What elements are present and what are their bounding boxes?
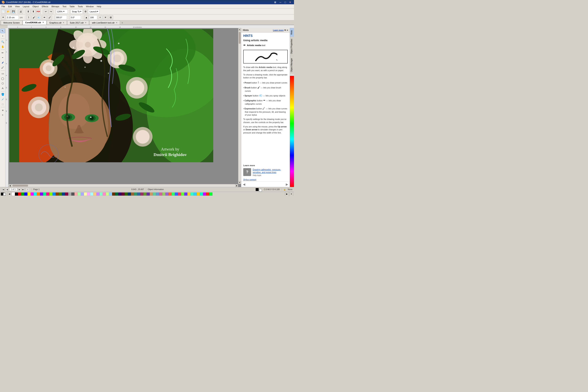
- palette-color-51[interactable]: [172, 192, 175, 196]
- palette-color-1[interactable]: [15, 192, 18, 196]
- palette-color-43[interactable]: [146, 192, 150, 196]
- outline-tool[interactable]: ⬚: [0, 102, 5, 106]
- palette-color-47[interactable]: [159, 192, 162, 196]
- page-add-btn[interactable]: +: [26, 188, 30, 191]
- rectangle-tool[interactable]: ▭: [0, 71, 5, 76]
- menu-tools[interactable]: Tools: [76, 5, 84, 8]
- rotation-input[interactable]: [70, 15, 81, 20]
- palette-color-42[interactable]: [144, 192, 146, 196]
- palette-color-44[interactable]: [150, 192, 153, 196]
- color-indicator-fill[interactable]: [256, 188, 259, 191]
- palette-color-36[interactable]: [125, 192, 128, 196]
- hints-prev-btn[interactable]: ◀: [243, 182, 245, 186]
- palette-color-28[interactable]: [100, 192, 103, 196]
- menu-window[interactable]: Window: [84, 5, 95, 8]
- options-btn[interactable]: ⚙: [83, 9, 88, 14]
- palette-color-54[interactable]: [181, 192, 184, 196]
- palette-color-41[interactable]: [140, 192, 144, 196]
- palette-color-12[interactable]: [50, 192, 52, 196]
- palette-color-6[interactable]: [30, 192, 34, 196]
- help-topic-link[interactable]: Drawing calligraphic, pressure-sensitive…: [253, 168, 288, 174]
- palette-color-16[interactable]: [62, 192, 65, 196]
- launch-btn[interactable]: Launch ▾: [88, 10, 100, 14]
- palette-color-29[interactable]: [103, 192, 106, 196]
- menu-view[interactable]: View: [14, 5, 21, 8]
- learn-more-link[interactable]: Learn more: [273, 29, 284, 31]
- preset-mode-btn[interactable]: ⌇: [26, 15, 31, 20]
- palette-color-5[interactable]: [28, 192, 30, 196]
- transform-tool[interactable]: ⊕: [0, 108, 5, 112]
- scroll-up-btn[interactable]: ▲: [238, 28, 241, 31]
- tab-graphics-close[interactable]: ✕: [63, 22, 64, 24]
- export-btn[interactable]: ⬆: [31, 9, 36, 14]
- palette-color-3[interactable]: [21, 192, 24, 196]
- new-btn[interactable]: 📄: [1, 9, 6, 14]
- undo-btn[interactable]: ↩: [44, 9, 48, 14]
- v-scrollbar-track[interactable]: [238, 31, 241, 181]
- print-btn[interactable]: 🖨: [18, 9, 23, 14]
- palette-color-61[interactable]: [203, 192, 206, 196]
- ellipse-tool[interactable]: ◯: [0, 76, 5, 81]
- add-tab-btn[interactable]: +: [120, 21, 124, 25]
- fill-tool[interactable]: 🪣: [0, 92, 5, 97]
- zoom-dropdown[interactable]: 126% ▾: [56, 10, 68, 14]
- transform-btn[interactable]: ⊞: [108, 15, 113, 20]
- palette-color-35[interactable]: [122, 192, 125, 196]
- palette-color-63[interactable]: [209, 192, 212, 196]
- palette-color-20[interactable]: [74, 192, 78, 196]
- arrow-up-btn[interactable]: ▲: [84, 15, 89, 20]
- h-scrollbar-track[interactable]: ◀ ▶: [6, 184, 238, 187]
- palette-color-46[interactable]: [156, 192, 159, 196]
- maximize-btn[interactable]: □: [283, 1, 287, 4]
- menu-text[interactable]: Text: [61, 5, 68, 8]
- right-tab-hints[interactable]: Hints: [290, 28, 294, 37]
- brush-mode-btn[interactable]: 🖌: [32, 15, 36, 20]
- palette-color-53[interactable]: [178, 192, 181, 196]
- zoom-tool[interactable]: 🔍: [0, 40, 5, 44]
- tab-suite-close[interactable]: ✕: [85, 22, 86, 24]
- pan-tool[interactable]: ✋: [0, 44, 5, 49]
- menu-help[interactable]: Help: [95, 5, 103, 8]
- palette-color-22[interactable]: [81, 192, 84, 196]
- palette-color-17[interactable]: [65, 192, 68, 196]
- color-indicator-outline[interactable]: [259, 189, 262, 192]
- palette-color-4[interactable]: [24, 192, 28, 196]
- v-scrollbar-thumb[interactable]: [239, 32, 241, 44]
- palette-color-9[interactable]: [40, 192, 43, 196]
- eyedropper-tool[interactable]: 💉: [0, 97, 5, 102]
- palette-color-25[interactable]: [90, 192, 93, 196]
- menu-table[interactable]: Table: [68, 5, 76, 8]
- palette-color-14[interactable]: [56, 192, 59, 196]
- redo-btn[interactable]: ↪: [48, 9, 53, 14]
- palette-color-58[interactable]: [194, 192, 197, 196]
- palette-color-11[interactable]: [46, 192, 50, 196]
- palette-color-59[interactable]: [197, 192, 200, 196]
- palette-color-38[interactable]: [131, 192, 134, 196]
- palette-color-27[interactable]: [96, 192, 100, 196]
- menu-layout[interactable]: Layout: [21, 5, 31, 8]
- tab-suite[interactable]: Suite 2017.cdr ✕: [67, 20, 89, 25]
- text-tool[interactable]: A: [0, 86, 5, 90]
- tab-livesketch-close[interactable]: ✕: [116, 22, 118, 24]
- select-tool[interactable]: ↖: [0, 28, 5, 33]
- right-tab-object-props[interactable]: Object Properties: [290, 37, 294, 56]
- stylus-support-link[interactable]: Stylus support: [241, 178, 290, 182]
- palette-color-30[interactable]: [106, 192, 109, 196]
- palette-options-btn[interactable]: ▾: [289, 192, 293, 196]
- angle-input[interactable]: [55, 15, 67, 20]
- page-first-btn[interactable]: |◀: [2, 188, 5, 191]
- palette-color-23[interactable]: [84, 192, 87, 196]
- pen-tool[interactable]: 🖊: [0, 65, 5, 70]
- add-btn[interactable]: +: [98, 15, 102, 20]
- palette-color-45[interactable]: [153, 192, 156, 196]
- calligraphic-mode-btn[interactable]: ✒: [42, 15, 47, 20]
- screen-mode-btn[interactable]: 🖥: [273, 1, 278, 4]
- palette-color-57[interactable]: [190, 192, 194, 196]
- palette-color-32[interactable]: [112, 192, 115, 196]
- polygon-tool[interactable]: ⬡: [0, 81, 5, 86]
- palette-color-10[interactable]: [43, 192, 46, 196]
- expression-mode-btn[interactable]: 🖊: [48, 15, 52, 20]
- pdf-btn[interactable]: PDF: [36, 9, 41, 14]
- palette-color-15[interactable]: [59, 192, 62, 196]
- open-btn[interactable]: 📂: [6, 9, 10, 14]
